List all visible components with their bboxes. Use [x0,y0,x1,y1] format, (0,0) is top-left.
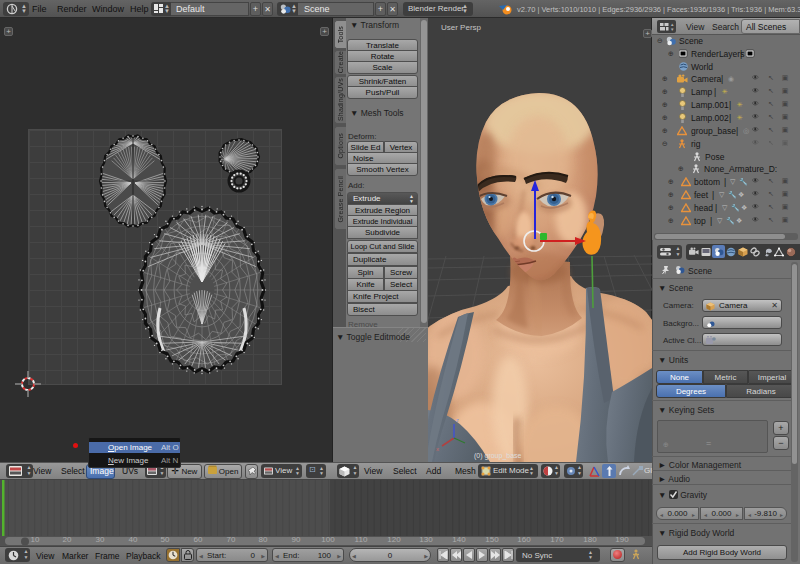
svg-text:z: z [456,417,459,423]
svg-text:x: x [436,446,439,452]
